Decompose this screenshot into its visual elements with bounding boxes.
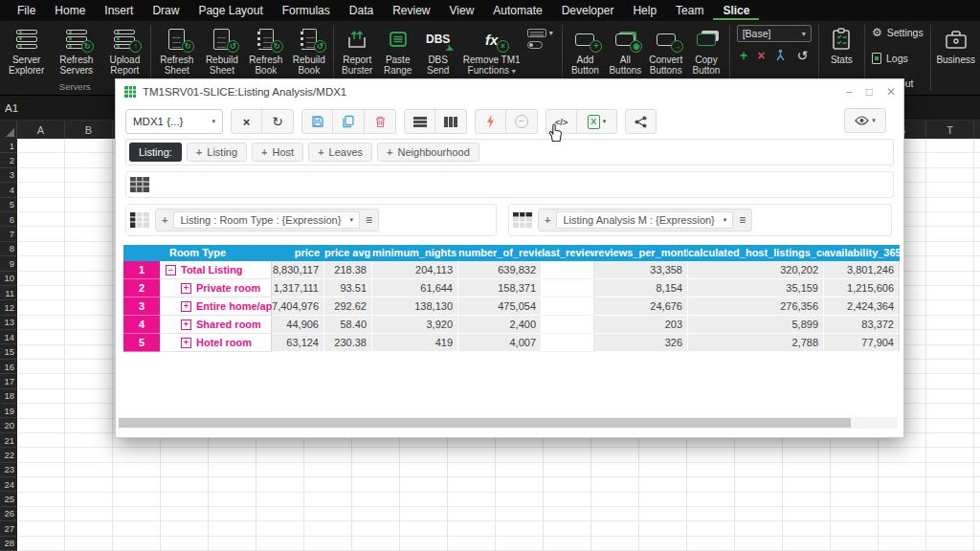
value-cell[interactable] [542,334,594,352]
value-cell[interactable]: 5,899 [688,316,824,334]
dbs-send-button[interactable]: DBS ➤ DBS Send [418,25,458,77]
suppress-zeros-button[interactable]: − [506,109,538,134]
value-cell[interactable] [542,316,594,334]
toggle-switch[interactable] [527,41,543,49]
scrollbar-thumb[interactable] [119,418,851,428]
rebuild-sheet-button[interactable]: ↺ Rebuild Sheet [199,25,244,77]
minimize-button[interactable]: – [846,85,853,99]
menu-tab[interactable]: Draw [143,1,189,20]
share-button[interactable] [625,109,657,134]
value-cell[interactable]: 77,904 [824,334,900,352]
row-number-cell[interactable]: 5 [123,334,160,352]
refresh-sheet-button[interactable]: ↻ Refresh Sheet [154,25,199,77]
value-cell[interactable] [542,298,594,316]
value-cell[interactable]: 204,113 [372,261,458,279]
value-cell[interactable]: 2,424,364 [824,298,900,316]
column-header-cell[interactable]: availability_365 [824,245,900,261]
menu-tab[interactable]: Home [45,1,95,20]
row-header[interactable]: 2 [0,153,17,167]
row-header[interactable]: 26 [0,507,17,521]
value-cell[interactable]: 320,202 [688,261,824,279]
chevron-down-icon[interactable]: ▾ [549,29,553,37]
row-header[interactable]: 25 [0,492,17,506]
export-excel-button[interactable]: X ▾ [577,109,617,134]
row-header[interactable]: 24 [0,477,17,492]
close-button[interactable]: ✕ [886,85,896,99]
pages-zone[interactable] [125,171,894,198]
row-header[interactable]: 9 [0,256,17,271]
menu-tab[interactable]: Automate [483,1,551,20]
row-header[interactable]: 18 [0,389,17,404]
row-header[interactable]: 22 [0,448,17,462]
upload-report-button[interactable]: ↑ Upload Report [101,25,147,77]
row-number-cell[interactable]: 2 [123,279,160,298]
menu-tab[interactable]: Review [383,1,439,20]
column-header-cell[interactable]: price avg [324,245,372,261]
copy-button-button[interactable]: Copy Button [686,25,726,77]
menu-tab[interactable]: Slice [713,1,759,20]
value-cell[interactable]: 326 [594,334,688,352]
server-explorer-button[interactable]: Server Explorer [2,25,51,77]
subset-list-icon[interactable]: ≡ [739,213,746,227]
column-header-cell[interactable]: number_of_reviews [458,245,542,261]
column-header[interactable]: T [926,121,974,139]
business-button[interactable]: Business [933,25,978,66]
column-header-cell[interactable]: last_review [542,245,594,261]
row-header[interactable]: 4 [0,183,17,197]
column-header-cell[interactable]: calculated_host_listings_count [688,245,824,261]
value-cell[interactable]: 292.62 [324,298,372,316]
expand-toggle-icon[interactable]: + [181,301,191,312]
value-cell[interactable]: 2,788 [688,334,824,352]
dimension-chip[interactable]: + Host [252,143,303,162]
menu-tab[interactable]: Help [623,1,666,20]
rows-dimension-chip[interactable]: + Listing : Room Type : {Expression} ▾ ≡ [155,209,379,231]
row-header[interactable]: 11 [0,286,17,300]
value-cell[interactable]: 230.38 [324,334,372,352]
value-cell[interactable]: 3,920 [372,316,458,334]
column-header[interactable]: A [17,121,65,139]
row-header[interactable]: 6 [0,212,17,227]
chevron-down-icon[interactable]: ▾ [724,216,727,224]
value-cell[interactable]: 158,371 [458,279,542,298]
row-header[interactable]: 1 [0,139,17,153]
columns-dimension-chip[interactable]: + Listing Analysis M : {Expression} ▾ ≡ [538,209,752,231]
menu-tab[interactable]: Data [340,1,383,20]
row-layout-button[interactable] [404,109,435,134]
report-burster-button[interactable]: Report Burster [337,25,378,77]
view-select[interactable]: MDX1 {...} ▾ [125,109,223,134]
sandbox-delete-icon[interactable]: × [757,48,765,63]
copy-view-button[interactable] [333,109,365,134]
expand-toggle-icon[interactable]: + [181,283,191,294]
row-number-cell[interactable]: 4 [123,316,160,334]
value-cell[interactable]: 63,124 [272,334,324,352]
value-cell[interactable]: 8,830,117 [272,261,324,279]
dimension-chip[interactable]: + Listing [187,143,247,162]
remove-tm1-functions-button[interactable]: fx × Remove TM1 Functions ▾ [458,25,525,77]
value-cell[interactable]: 33,358 [594,261,688,279]
row-header[interactable]: 23 [0,463,17,477]
delete-view-button[interactable] [365,109,396,134]
column-layout-button[interactable] [435,109,467,134]
row-header[interactable]: 21 [0,433,17,448]
row-header[interactable]: 8 [0,242,17,256]
value-cell[interactable]: 203 [594,316,688,334]
value-cell[interactable]: 475,054 [458,298,542,316]
row-header[interactable]: 27 [0,521,17,536]
row-header[interactable]: 5 [0,198,17,212]
rebuild-book-button[interactable]: ↺ Rebuild Book [288,25,331,77]
value-cell[interactable]: 35,159 [688,279,824,298]
row-header[interactable]: 28 [0,537,17,551]
value-cell[interactable]: 419 [372,334,458,352]
horizontal-scrollbar[interactable] [119,417,898,429]
stats-button[interactable]: Stats [821,25,861,66]
row-number-cell[interactable]: 1 [123,261,160,279]
columns-zone[interactable]: + Listing Analysis M : {Expression} ▾ ≡ [508,204,892,236]
menu-tab[interactable]: Page Layout [189,1,272,20]
view-options-button[interactable]: ▾ [844,108,886,133]
logs-button[interactable]: Logs [872,51,924,66]
value-cell[interactable]: 1,317,111 [272,279,324,298]
convert-buttons-button[interactable]: → Convert Buttons [645,25,686,77]
dimension-chip[interactable]: + Neighbourhood [377,143,479,162]
menu-tab[interactable]: Developer [552,1,624,20]
row-header[interactable]: 17 [0,374,17,388]
